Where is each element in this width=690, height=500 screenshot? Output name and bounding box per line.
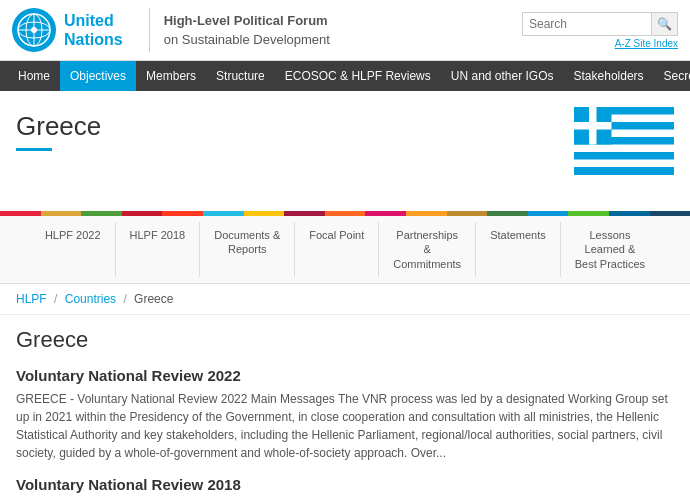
svg-rect-12 [574,152,674,160]
color-10 [365,211,406,216]
az-site-index-link[interactable]: A-Z Site Index [615,38,678,49]
subtitle-line1: High-Level Political Forum [164,11,330,31]
color-2 [41,211,82,216]
color-16 [609,211,650,216]
tabs-row: HLPF 2022 HLPF 2018 Documents &Reports F… [0,222,690,277]
color-5 [162,211,203,216]
color-7 [244,211,285,216]
section-vnr-2022: Voluntary National Review 2022 GREECE - … [16,367,674,462]
color-14 [528,211,569,216]
section-title-vnr-2018[interactable]: Voluntary National Review 2018 [16,476,674,493]
greece-flag [574,107,674,175]
breadcrumb-countries[interactable]: Countries [65,292,116,306]
color-6 [203,211,244,216]
search-row: 🔍 [522,12,678,36]
tab-statements[interactable]: Statements [476,222,561,277]
color-1 [0,211,41,216]
tab-focal-point[interactable]: Focal Point [295,222,379,277]
search-input[interactable] [522,12,652,36]
color-3 [81,211,122,216]
section-text-vnr-2022: GREECE - Voluntary National Review 2022 … [16,390,674,462]
nav-objectives[interactable]: Objectives [60,61,136,91]
svg-rect-17 [574,122,612,130]
color-12 [447,211,488,216]
nav-bar: Home Objectives Members Structure ECOSOC… [0,61,690,91]
un-name: United Nations [64,11,123,49]
color-15 [568,211,609,216]
tab-lessons[interactable]: LessonsLearned &Best Practices [561,222,659,277]
nav-secretariat[interactable]: Secretariat [654,61,690,91]
tab-documents-reports[interactable]: Documents &Reports [200,222,295,277]
un-united: United [64,11,123,30]
svg-rect-13 [574,160,674,168]
breadcrumb-hlpf[interactable]: HLPF [16,292,47,306]
breadcrumb-sep2: / [123,292,126,306]
nav-ecosoc[interactable]: ECOSOC & HLPF Reviews [275,61,441,91]
tabs-section: HLPF 2022 HLPF 2018 Documents &Reports F… [0,216,690,284]
tab-hlpf-2018[interactable]: HLPF 2018 [116,222,201,277]
un-logo: United Nations [12,8,123,52]
breadcrumb: HLPF / Countries / Greece [0,284,690,315]
color-bar [0,211,690,216]
nav-structure[interactable]: Structure [206,61,275,91]
header-subtitle: High-Level Political Forum on Sustainabl… [164,11,330,50]
color-4 [122,211,163,216]
nav-un-igos[interactable]: UN and other IGOs [441,61,564,91]
main-content: Greece Voluntary National Review 2022 GR… [0,315,690,500]
flag-svg [574,107,674,175]
section-vnr-2018: Voluntary National Review 2018 Main Mess… [16,476,674,500]
un-nations: Nations [64,30,123,49]
svg-rect-14 [574,167,674,175]
hero-underline [16,148,52,151]
svg-point-5 [31,27,37,33]
color-17 [650,211,691,216]
nav-stakeholders[interactable]: Stakeholders [564,61,654,91]
header: United Nations High-Level Political Foru… [0,0,690,61]
search-area: 🔍 A-Z Site Index [522,12,678,49]
section-title-vnr-2022[interactable]: Voluntary National Review 2022 [16,367,674,384]
breadcrumb-sep1: / [54,292,57,306]
color-8 [284,211,325,216]
un-logo-circle [12,8,56,52]
breadcrumb-current: Greece [134,292,173,306]
hero-section: Greece [0,91,690,211]
svg-rect-11 [574,145,674,153]
page-title: Greece [16,327,674,353]
color-9 [325,211,366,216]
nav-members[interactable]: Members [136,61,206,91]
header-divider [149,8,150,52]
tab-hlpf-2022[interactable]: HLPF 2022 [31,222,116,277]
color-11 [406,211,447,216]
nav-home[interactable]: Home [8,61,60,91]
search-button[interactable]: 🔍 [652,12,678,36]
tab-partnerships[interactable]: Partnerships&Commitments [379,222,476,277]
color-13 [487,211,528,216]
un-emblem-icon [16,12,52,48]
subtitle-line2: on Sustainable Development [164,30,330,50]
